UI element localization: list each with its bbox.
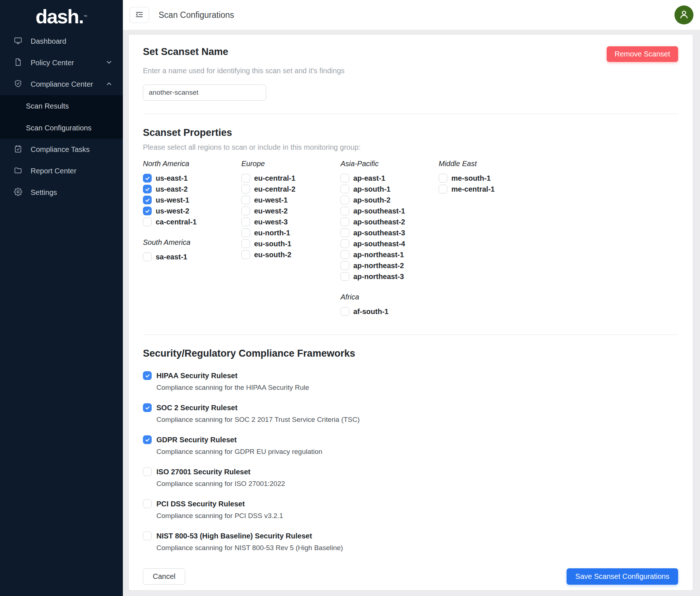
region-option-ap-northeast-1[interactable]: ap-northeast-1: [341, 249, 439, 260]
region-option-eu-west-1[interactable]: eu-west-1: [241, 195, 341, 205]
checkbox-ap-northeast-1[interactable]: [341, 250, 349, 259]
checkbox-me-south-1[interactable]: [439, 174, 447, 183]
framework-title[interactable]: HIPAA Security Ruleset: [156, 371, 309, 380]
region-option-eu-west-2[interactable]: eu-west-2: [241, 205, 341, 216]
sidebar-item-compliance-center[interactable]: Compliance Center: [0, 74, 123, 95]
region-option-eu-north-1[interactable]: eu-north-1: [241, 227, 341, 238]
framework-title[interactable]: ISO 27001 Security Ruleset: [156, 467, 285, 477]
region-columns: North Americaus-east-1us-east-2us-west-1…: [143, 160, 678, 317]
framework-description: Compliance scanning for SOC 2 2017 Trust…: [156, 415, 360, 424]
checkbox-eu-central-1[interactable]: [241, 174, 250, 183]
region-column: Europeeu-central-1eu-central-2eu-west-1e…: [241, 160, 341, 317]
checkbox-ca-central-1[interactable]: [143, 217, 152, 226]
region-option-ca-central-1[interactable]: ca-central-1: [143, 216, 241, 227]
region-option-ap-southeast-4[interactable]: ap-southeast-4: [341, 238, 439, 249]
checkbox-eu-west-2[interactable]: [241, 207, 250, 215]
scanset-name-description: Enter a name used for identifying this s…: [143, 67, 678, 75]
checkbox-framework[interactable]: [143, 467, 152, 476]
region-label: ap-south-2: [353, 196, 390, 204]
checkbox-framework[interactable]: [143, 371, 152, 380]
region-option-eu-west-3[interactable]: eu-west-3: [241, 216, 341, 227]
region-label: me-south-1: [451, 174, 491, 183]
sidebar-item-policy-center[interactable]: Policy Center: [0, 52, 123, 74]
region-option-eu-south-2[interactable]: eu-south-2: [241, 249, 341, 260]
checkbox-eu-central-2[interactable]: [241, 185, 250, 193]
region-option-ap-east-1[interactable]: ap-east-1: [341, 173, 439, 184]
checkbox-ap-southeast-4[interactable]: [341, 239, 349, 248]
checkbox-us-east-1[interactable]: [143, 174, 152, 183]
sidebar-item-compliance-tasks[interactable]: Compliance Tasks: [0, 139, 123, 160]
checkbox-eu-south-2[interactable]: [241, 250, 250, 259]
region-option-ap-southeast-3[interactable]: ap-southeast-3: [341, 227, 439, 238]
checkbox-us-east-2[interactable]: [143, 185, 152, 193]
scanset-name-heading: Set Scanset Name: [143, 46, 228, 58]
checkbox-eu-south-1[interactable]: [241, 239, 250, 248]
region-option-eu-central-2[interactable]: eu-central-2: [241, 184, 341, 195]
checkbox-eu-west-3[interactable]: [241, 217, 250, 226]
sidebar-item-scan-results[interactable]: Scan Results: [0, 95, 123, 117]
region-option-us-east-1[interactable]: us-east-1: [143, 173, 241, 184]
region-option-ap-south-2[interactable]: ap-south-2: [341, 195, 439, 205]
checkbox-framework[interactable]: [143, 532, 152, 540]
framework-title[interactable]: PCI DSS Security Ruleset: [156, 499, 283, 509]
region-label: eu-south-2: [254, 251, 291, 259]
checkbox-ap-northeast-2[interactable]: [341, 261, 349, 270]
checkbox-af-south-1[interactable]: [341, 307, 349, 316]
checkbox-us-west-1[interactable]: [143, 196, 152, 204]
region-option-ap-southeast-1[interactable]: ap-southeast-1: [341, 205, 439, 216]
region-label: eu-west-3: [254, 218, 288, 226]
checkbox-sa-east-1[interactable]: [143, 252, 152, 261]
sidebar-item-dashboard[interactable]: Dashboard: [0, 31, 123, 52]
region-option-af-south-1[interactable]: af-south-1: [341, 306, 439, 317]
checkbox-eu-west-1[interactable]: [241, 196, 250, 204]
sidebar-item-settings[interactable]: Settings: [0, 182, 123, 203]
region-option-us-west-2[interactable]: us-west-2: [143, 205, 241, 216]
framework-title[interactable]: GDPR Security Ruleset: [156, 435, 322, 444]
checkbox-ap-southeast-2[interactable]: [341, 217, 349, 226]
region-label: ap-southeast-2: [353, 218, 405, 226]
region-label: ap-south-1: [353, 185, 390, 193]
framework-title[interactable]: NIST 800-53 (High Baseline) Security Rul…: [156, 531, 343, 541]
checkbox-ap-southeast-1[interactable]: [341, 207, 349, 215]
region-option-ap-northeast-2[interactable]: ap-northeast-2: [341, 260, 439, 271]
cancel-button[interactable]: Cancel: [143, 568, 185, 585]
sidebar-toggle-button[interactable]: [129, 7, 149, 23]
checkbox-ap-southeast-3[interactable]: [341, 228, 349, 237]
region-option-us-west-1[interactable]: us-west-1: [143, 195, 241, 205]
user-avatar[interactable]: [674, 5, 693, 24]
region-option-us-east-2[interactable]: us-east-2: [143, 184, 241, 195]
region-option-ap-southeast-2[interactable]: ap-southeast-2: [341, 216, 439, 227]
scanset-name-input[interactable]: [143, 85, 266, 101]
checkbox-ap-east-1[interactable]: [341, 174, 349, 183]
framework-title[interactable]: SOC 2 Security Ruleset: [156, 403, 360, 412]
region-label: eu-west-1: [254, 196, 288, 204]
region-option-eu-central-1[interactable]: eu-central-1: [241, 173, 341, 184]
checkbox-ap-south-2[interactable]: [341, 196, 349, 204]
region-option-ap-northeast-3[interactable]: ap-northeast-3: [341, 271, 439, 282]
sidebar-item-report-center[interactable]: Report Center: [0, 160, 123, 182]
person-icon: [678, 8, 690, 21]
page-title: Scan Configurations: [159, 10, 234, 20]
gear-icon: [14, 188, 22, 198]
region-option-me-central-1[interactable]: me-central-1: [439, 184, 495, 195]
region-label: me-central-1: [451, 185, 495, 193]
region-option-sa-east-1[interactable]: sa-east-1: [143, 251, 241, 262]
checkbox-ap-northeast-3[interactable]: [341, 272, 349, 281]
region-option-ap-south-1[interactable]: ap-south-1: [341, 184, 439, 195]
region-label: sa-east-1: [156, 253, 187, 261]
checkbox-framework[interactable]: [143, 435, 152, 444]
remove-scanset-button[interactable]: Remove Scanset: [607, 46, 678, 62]
checkbox-me-central-1[interactable]: [439, 185, 447, 193]
checkbox-eu-north-1[interactable]: [241, 228, 250, 237]
checkbox-ap-south-1[interactable]: [341, 185, 349, 193]
checkbox-us-west-2[interactable]: [143, 207, 152, 215]
region-option-me-south-1[interactable]: me-south-1: [439, 173, 495, 184]
sidebar-item-scan-configurations[interactable]: Scan Configurations: [0, 117, 123, 139]
checkbox-framework[interactable]: [143, 403, 152, 412]
document-icon: [14, 58, 22, 68]
checkbox-framework[interactable]: [143, 499, 152, 508]
save-scanset-button[interactable]: Save Scanset Configurations: [567, 568, 678, 585]
framework-item: ISO 27001 Security RulesetCompliance sca…: [143, 467, 678, 488]
region-option-eu-south-1[interactable]: eu-south-1: [241, 238, 341, 249]
region-label: ap-southeast-3: [353, 229, 405, 237]
